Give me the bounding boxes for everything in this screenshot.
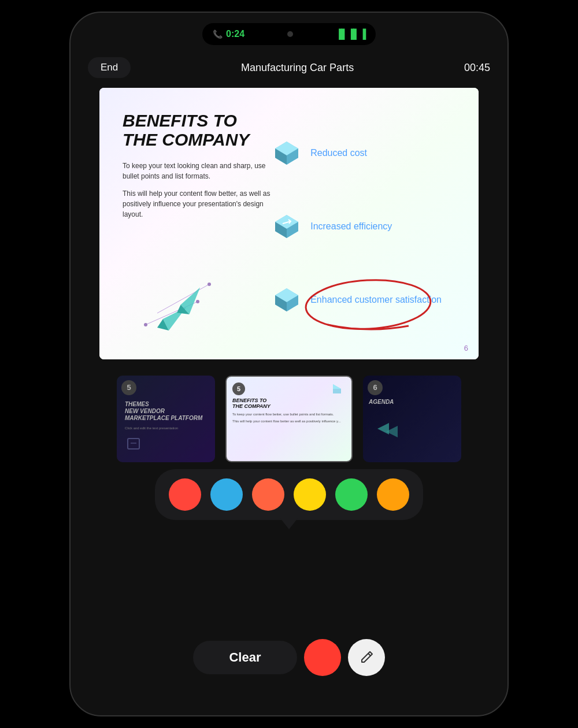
- svg-line-29: [368, 653, 370, 656]
- slide-title: BENEFITS TO THE COMPANY: [123, 111, 272, 149]
- thumbnail-center-icon: [328, 382, 346, 395]
- phone-icon: 📞: [213, 29, 223, 39]
- color-swatch-orange[interactable]: [377, 478, 409, 511]
- thumbnail-num-5-left: 5: [121, 380, 136, 395]
- thumbnail-right-title: AGENDA: [369, 399, 455, 406]
- svg-point-13: [305, 278, 432, 332]
- benefit-label-3: Enhanced customer satisfaction: [310, 295, 442, 304]
- thumbnail-right-graphic: [369, 417, 403, 440]
- slide-page-number: 6: [464, 344, 468, 352]
- svg-point-18: [208, 283, 211, 286]
- pencil-button[interactable]: [348, 639, 385, 676]
- selected-color-indicator[interactable]: [304, 639, 341, 676]
- benefit-3-label-wrapper: Enhanced customer satisfaction: [310, 295, 442, 305]
- camera-dot: [287, 31, 293, 37]
- color-picker: [155, 469, 423, 520]
- thumbnail-left-icon: [125, 436, 148, 453]
- thumbnail-center-header: 5: [232, 382, 346, 395]
- thumbnail-num-6: 6: [368, 380, 383, 395]
- slide-graphic: [111, 267, 227, 342]
- slide-container: BENEFITS TO THE COMPANY To keep your tex…: [99, 88, 479, 359]
- thumbnail-left[interactable]: 5 THEMESNEW VENDORMARKETPLACE PLATFORM C…: [117, 376, 215, 462]
- call-title: Manufacturing Car Parts: [241, 62, 354, 74]
- call-time: 0:24: [226, 29, 244, 39]
- end-call-button[interactable]: End: [88, 57, 131, 78]
- slide-content: BENEFITS TO THE COMPANY To keep your tex…: [99, 88, 479, 359]
- benefit-item-1: Reduced cost: [272, 139, 455, 168]
- color-swatch-green[interactable]: [335, 478, 368, 511]
- annotation-circle: [299, 278, 438, 336]
- thumbnail-center-num-badge: 5: [232, 382, 245, 395]
- waveform-icon: ▐▌▐▌▐: [335, 29, 365, 39]
- color-swatch-yellow[interactable]: [294, 478, 326, 511]
- reduced-cost-icon: [272, 139, 301, 168]
- color-swatch-cyan[interactable]: [210, 478, 243, 511]
- thumbnail-center-body2: This will help your content flow better …: [232, 419, 346, 424]
- svg-marker-26: [333, 384, 341, 389]
- svg-point-17: [196, 300, 199, 303]
- status-bar: End Manufacturing Car Parts 00:45: [71, 53, 507, 82]
- thumbnail-center-content: 5 BENEFITS TOTHE COMPANY To keep your co…: [227, 377, 351, 461]
- thumbnail-left-body: Click and edit the text presentation: [125, 426, 207, 430]
- thumbnail-left-content: 5 THEMESNEW VENDORMARKETPLACE PLATFORM C…: [117, 376, 215, 462]
- benefit-item-2: Increased efficiency: [272, 212, 455, 241]
- thumbnail-strip: 5 THEMESNEW VENDORMARKETPLACE PLATFORM C…: [71, 368, 507, 469]
- call-timer: 00:45: [464, 62, 490, 74]
- svg-rect-23: [128, 439, 139, 449]
- svg-marker-27: [377, 423, 389, 434]
- pencil-icon: [358, 649, 375, 666]
- clear-button[interactable]: Clear: [193, 641, 297, 674]
- call-indicator: 📞 0:24: [213, 29, 244, 39]
- phone-frame: 📞 0:24 ▐▌▐▌▐ End Manufacturing Car Parts…: [69, 12, 509, 716]
- svg-point-16: [144, 323, 147, 326]
- color-swatch-orange-red[interactable]: [252, 478, 284, 511]
- thumbnail-right-content: 6 AGENDA: [363, 376, 461, 462]
- dynamic-island: 📞 0:24 ▐▌▐▌▐: [202, 23, 376, 45]
- slide-body-2: This will help your content flow better,…: [123, 188, 272, 220]
- bottom-toolbar: Clear: [193, 639, 385, 676]
- benefit-item-3: Enhanced customer satisfaction: [272, 285, 455, 314]
- benefit-label-2: Increased efficiency: [310, 221, 392, 232]
- increased-efficiency-icon: [272, 212, 301, 241]
- benefit-label-1: Reduced cost: [310, 148, 367, 158]
- slide-right: Reduced cost Increased efficiency: [272, 111, 455, 336]
- color-swatch-red[interactable]: [169, 478, 201, 511]
- thumbnail-center[interactable]: 5 BENEFITS TOTHE COMPANY To keep your co…: [225, 376, 353, 462]
- thumbnail-left-title: THEMESNEW VENDORMARKETPLACE PLATFORM: [125, 401, 207, 422]
- thumbnail-right[interactable]: 6 AGENDA: [363, 376, 461, 462]
- enhanced-satisfaction-icon: [272, 285, 301, 314]
- thumbnail-center-title: BENEFITS TOTHE COMPANY: [232, 398, 346, 410]
- slide-body-1: To keep your text looking clean and shar…: [123, 161, 272, 181]
- thumbnail-center-body1: To keep your content flow better, use bu…: [232, 412, 346, 417]
